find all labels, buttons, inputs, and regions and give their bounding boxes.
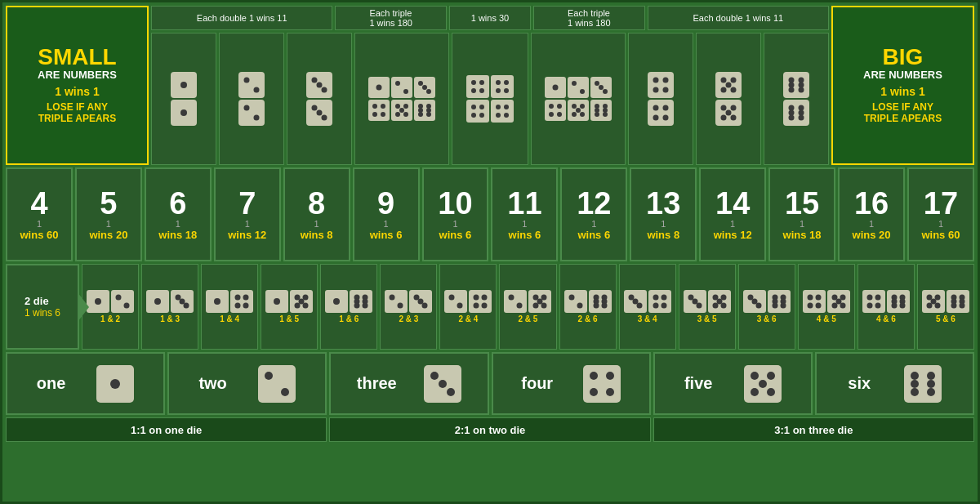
num-11[interactable]: 11 1 wins 6 xyxy=(491,167,558,261)
svg-point-236 xyxy=(831,303,837,309)
num-6[interactable]: 6 1 wins 18 xyxy=(145,167,212,261)
num-17[interactable]: 17 1 wins 60 xyxy=(907,167,974,261)
combo-4-5[interactable]: 4 & 5 xyxy=(798,264,855,350)
special-labels-row: Each double 1 wins 11 Each triple1 wins … xyxy=(151,6,829,30)
combo-2-5[interactable]: 2 & 5 xyxy=(499,264,556,350)
svg-point-26 xyxy=(426,89,431,94)
svg-point-164 xyxy=(390,295,395,301)
svg-point-17 xyxy=(321,115,327,121)
svg-point-119 xyxy=(788,87,794,93)
small-bet-box[interactable]: SMALL ARE NUMBERS 1 wins 1 LOSE IF ANYTR… xyxy=(6,6,149,165)
svg-point-262 xyxy=(959,303,964,309)
combo-2-4[interactable]: 2 & 4 xyxy=(439,264,497,350)
double-wins-left[interactable]: Each double 1 wins 11 xyxy=(151,6,332,30)
num-9[interactable]: 9 1 wins 6 xyxy=(353,167,420,261)
num-14[interactable]: 14 1 wins 12 xyxy=(699,167,766,261)
svg-point-180 xyxy=(517,303,523,309)
combo-4-6[interactable]: 4 & 6 xyxy=(858,264,915,350)
row-specials: SMALL ARE NUMBERS 1 wins 1 LOSE IF ANYTR… xyxy=(6,6,974,165)
combo-1-6[interactable]: 1 & 6 xyxy=(320,264,377,350)
double-1[interactable] xyxy=(151,33,216,165)
svg-point-215 xyxy=(720,303,726,309)
triple-wins-right[interactable]: Each triple1 wins 180 xyxy=(533,6,645,30)
svg-point-49 xyxy=(479,88,484,93)
svg-point-93 xyxy=(653,78,659,83)
num-8[interactable]: 8 1 wins 8 xyxy=(283,167,350,261)
combo-3-6[interactable]: 3 & 6 xyxy=(738,264,795,350)
num-5[interactable]: 5 1 wins 20 xyxy=(75,167,142,261)
svg-rect-220 xyxy=(768,290,791,313)
svg-point-44 xyxy=(426,112,431,117)
svg-rect-256 xyxy=(947,290,969,313)
svg-point-284 xyxy=(911,372,919,380)
double-2[interactable] xyxy=(219,33,284,165)
combo-1-3[interactable]: 1 & 3 xyxy=(141,264,198,350)
num-10[interactable]: 10 1 wins 6 xyxy=(422,167,489,261)
svg-point-15 xyxy=(311,105,317,111)
svg-rect-74 xyxy=(545,100,566,121)
combo-3-5[interactable]: 3 & 5 xyxy=(679,264,736,350)
single-three[interactable]: three xyxy=(329,352,488,415)
combo-2-6[interactable]: 2 & 6 xyxy=(559,264,617,350)
big-bet-box[interactable]: BIG ARE NUMBERS 1 wins 1 LOSE IF ANYTRIP… xyxy=(831,6,974,165)
num-7[interactable]: 7 1 wins 12 xyxy=(214,167,281,261)
svg-rect-141 xyxy=(230,290,253,313)
double-wins-right[interactable]: Each double 1 wins 11 xyxy=(648,6,829,30)
single-four[interactable]: four xyxy=(492,352,651,415)
svg-point-142 xyxy=(235,295,241,301)
num-16[interactable]: 16 1 wins 20 xyxy=(838,167,905,261)
combo-1-5[interactable]: 1 & 5 xyxy=(261,264,318,350)
any-triple-center[interactable] xyxy=(452,33,528,165)
triple-wins-left[interactable]: Each triple1 wins 180 xyxy=(335,6,447,30)
combo-5-6[interactable]: 5 & 6 xyxy=(917,264,974,350)
svg-point-58 xyxy=(471,113,476,118)
svg-rect-201 xyxy=(648,290,671,313)
num-15[interactable]: 15 1 wins 18 xyxy=(768,167,835,261)
svg-point-196 xyxy=(601,303,607,309)
any-wins[interactable]: 1 wins 30 xyxy=(449,6,531,30)
svg-point-234 xyxy=(840,295,845,301)
svg-point-80 xyxy=(572,104,577,109)
svg-point-96 xyxy=(663,87,669,93)
double-4[interactable] xyxy=(628,33,693,165)
svg-point-209 xyxy=(696,303,702,309)
svg-point-34 xyxy=(403,104,408,109)
svg-point-228 xyxy=(807,295,813,301)
combo-1-4[interactable]: 1 & 4 xyxy=(201,264,258,350)
svg-point-29 xyxy=(381,104,385,109)
num-12[interactable]: 12 1 wins 6 xyxy=(560,167,627,261)
payout-one-die: 1:1 on one die xyxy=(6,417,327,442)
svg-point-137 xyxy=(180,299,185,305)
triple-section-left[interactable] xyxy=(354,33,449,165)
num-4[interactable]: 4 1 wins 60 xyxy=(6,167,73,261)
triple-section-right[interactable] xyxy=(531,33,626,165)
num-13[interactable]: 13 1 wins 8 xyxy=(630,167,697,261)
svg-rect-4 xyxy=(238,72,265,98)
svg-point-205 xyxy=(661,303,666,309)
svg-point-230 xyxy=(807,303,813,309)
svg-point-9 xyxy=(253,115,259,121)
svg-rect-27 xyxy=(368,100,390,121)
single-six[interactable]: six xyxy=(815,352,974,415)
double-5[interactable] xyxy=(696,33,761,165)
svg-point-94 xyxy=(663,78,669,83)
single-five[interactable]: five xyxy=(653,352,813,415)
svg-point-16 xyxy=(316,110,322,116)
svg-point-182 xyxy=(533,295,539,301)
single-one[interactable]: one xyxy=(6,352,165,415)
single-two[interactable]: two xyxy=(167,352,327,415)
combo-2-3[interactable]: 2 & 3 xyxy=(380,264,437,350)
svg-point-242 xyxy=(875,303,880,309)
svg-point-267 xyxy=(281,388,289,396)
svg-point-91 xyxy=(603,112,608,117)
combo-3-4[interactable]: 3 & 4 xyxy=(619,264,676,350)
double-6[interactable] xyxy=(764,33,829,165)
svg-point-134 xyxy=(154,298,161,305)
svg-point-51 xyxy=(496,80,501,85)
combo-1-2[interactable]: 1 & 2 xyxy=(82,264,139,350)
svg-point-125 xyxy=(798,110,804,116)
svg-point-235 xyxy=(835,299,841,305)
sic-bo-table: SMALL ARE NUMBERS 1 wins 1 LOSE IF ANYTR… xyxy=(0,0,980,504)
svg-point-24 xyxy=(418,81,423,86)
double-3[interactable] xyxy=(287,33,352,165)
